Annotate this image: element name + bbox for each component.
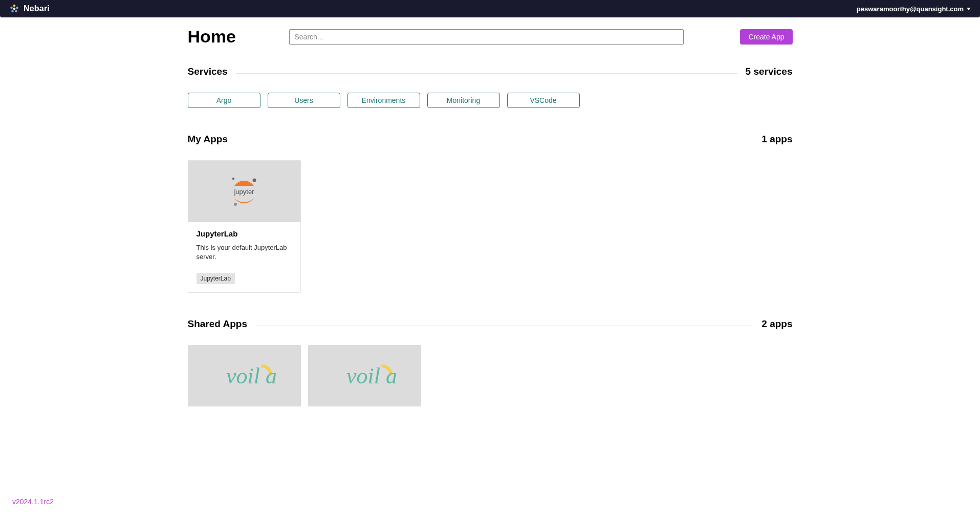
svg-point-2 <box>15 10 17 13</box>
service-buttons: Argo Users Environments Monitoring VSCod… <box>188 93 793 108</box>
divider <box>255 326 753 326</box>
service-users[interactable]: Users <box>268 93 340 108</box>
app-card-body: JupyterLab This is your default JupyterL… <box>188 222 300 292</box>
services-title: Services <box>188 66 228 77</box>
svg-point-6 <box>232 178 234 180</box>
header-row: Home Create App <box>188 27 793 47</box>
svg-point-7 <box>253 179 256 182</box>
my-apps-title: My Apps <box>188 134 228 145</box>
service-argo[interactable]: Argo <box>188 93 260 108</box>
services-count: 5 services <box>746 66 793 77</box>
shared-apps-count: 2 apps <box>761 318 792 330</box>
my-apps-count: 1 apps <box>761 134 792 145</box>
voila-icon: voil a <box>323 358 405 394</box>
topbar-left: Nebari <box>9 4 50 14</box>
caret-down-icon <box>967 8 971 10</box>
app-tag: JupyterLab <box>197 273 235 284</box>
svg-text:a: a <box>386 363 397 389</box>
page-title: Home <box>188 27 289 47</box>
svg-text:voil: voil <box>226 363 260 389</box>
svg-text:voil: voil <box>346 363 380 389</box>
divider <box>236 73 737 74</box>
shared-apps-title: Shared Apps <box>188 318 248 330</box>
shared-app-card-1[interactable]: voil a <box>308 345 421 406</box>
user-menu[interactable]: peswaramoorthy@quansight.com <box>857 5 971 13</box>
svg-point-5 <box>13 8 16 10</box>
main-container: Home Create App Services 5 services Argo… <box>188 17 793 406</box>
services-header: Services 5 services <box>188 66 793 77</box>
svg-point-1 <box>16 7 18 9</box>
svg-text:a: a <box>266 363 277 389</box>
user-email: peswaramoorthy@quansight.com <box>857 5 964 13</box>
shared-app-card-0[interactable]: voil a <box>188 345 301 406</box>
brand-name: Nebari <box>24 4 50 13</box>
svg-point-0 <box>13 5 16 7</box>
my-apps-cards: jupyter JupyterLab This is your default … <box>188 160 793 293</box>
search-input[interactable] <box>289 29 684 45</box>
app-card-image: jupyter <box>188 161 300 222</box>
svg-point-8 <box>234 203 237 206</box>
topbar: Nebari peswaramoorthy@quansight.com <box>0 0 980 17</box>
my-apps-header: My Apps 1 apps <box>188 134 793 145</box>
app-card-title: JupyterLab <box>197 229 292 238</box>
divider <box>236 141 753 141</box>
service-vscode[interactable]: VSCode <box>507 93 580 108</box>
jupyter-icon: jupyter <box>227 175 261 208</box>
shared-apps-header: Shared Apps 2 apps <box>188 318 793 330</box>
app-card-description: This is your default JupyterLab server. <box>197 243 292 262</box>
svg-point-4 <box>10 7 13 9</box>
service-monitoring[interactable]: Monitoring <box>427 93 500 108</box>
nebari-logo-icon <box>9 4 19 14</box>
app-card-jupyterlab[interactable]: jupyter JupyterLab This is your default … <box>188 160 301 293</box>
search-box <box>289 29 684 45</box>
svg-point-3 <box>11 10 14 13</box>
shared-apps-cards: voil a voil a <box>188 345 793 406</box>
create-app-button[interactable]: Create App <box>740 29 792 45</box>
voila-icon: voil a <box>203 358 285 394</box>
service-environments[interactable]: Environments <box>347 93 420 108</box>
svg-text:jupyter: jupyter <box>233 188 254 196</box>
